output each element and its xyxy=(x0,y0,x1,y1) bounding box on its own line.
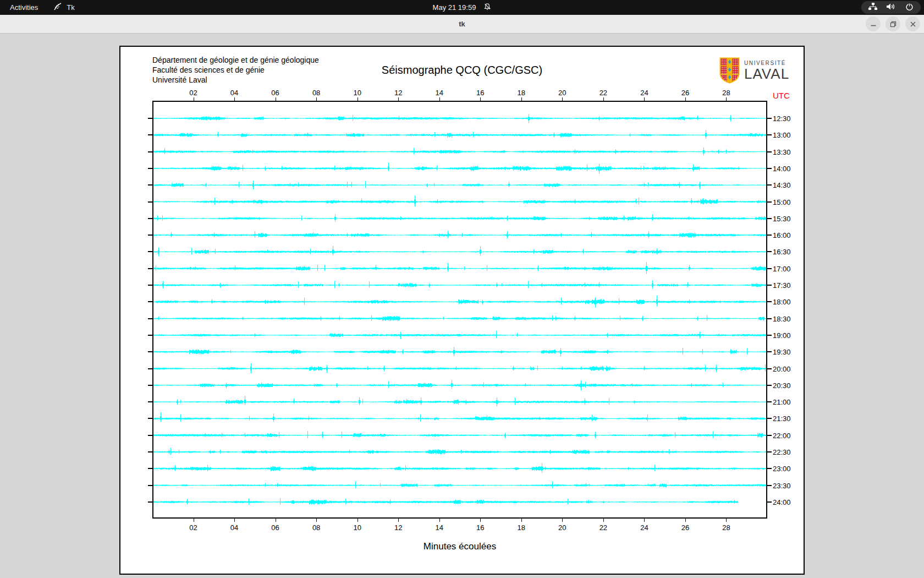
x-axis-label-bottom: 26 xyxy=(674,524,696,532)
row-tick-left xyxy=(148,218,152,219)
x-tick-mark-bottom xyxy=(480,519,481,522)
row-tick-right xyxy=(767,368,772,369)
row-tick-right xyxy=(767,168,772,169)
x-tick-mark-top xyxy=(234,97,235,101)
row-tick-left xyxy=(148,301,152,302)
x-axis-label-top: 08 xyxy=(305,89,327,97)
row-tick-right xyxy=(767,285,772,286)
x-axis-label-top: 10 xyxy=(346,89,369,97)
app-menu-label: Tk xyxy=(67,3,74,12)
university-laval-logo: UNIVERSITÉ LAVAL xyxy=(719,57,789,86)
row-tick-left xyxy=(148,468,152,469)
laval-shield-icon xyxy=(719,57,740,86)
row-tick-left xyxy=(148,184,152,186)
x-axis-label-top: 14 xyxy=(428,89,450,97)
system-tray-menu[interactable] xyxy=(861,1,921,14)
network-wired-icon xyxy=(868,3,877,12)
row-tick-left xyxy=(148,151,152,152)
x-axis-label-bottom: 02 xyxy=(183,524,205,532)
window-title: tk xyxy=(0,15,924,33)
row-tick-left xyxy=(148,268,152,269)
row-tick-left xyxy=(148,318,152,319)
x-tick-mark-top xyxy=(194,97,194,101)
x-axis-label-top: 28 xyxy=(715,89,737,97)
utc-time-label: 21:00 xyxy=(773,398,791,406)
x-tick-mark-bottom xyxy=(194,519,194,522)
logo-text-laval: LAVAL xyxy=(744,67,789,81)
row-tick-right xyxy=(767,184,772,186)
row-tick-right xyxy=(767,385,772,386)
row-tick-right xyxy=(767,435,772,436)
utc-time-label: 13:30 xyxy=(773,148,791,156)
x-tick-mark-top xyxy=(358,97,358,101)
row-tick-left xyxy=(148,118,152,119)
x-axis-label-top: 24 xyxy=(633,89,655,97)
row-tick-left xyxy=(148,501,152,503)
seismograph-canvas-frame: Département de géologie et de génie géol… xyxy=(119,46,805,575)
utc-label: UTC xyxy=(773,91,790,100)
utc-time-label: 22:30 xyxy=(773,448,791,456)
x-tick-mark-top xyxy=(644,97,645,101)
x-axis-label-top: 12 xyxy=(387,89,409,97)
row-tick-left xyxy=(148,485,152,486)
x-tick-mark-bottom xyxy=(603,519,604,522)
clock-label: May 21 19:59 xyxy=(433,3,476,12)
row-tick-left xyxy=(148,351,152,352)
x-tick-mark-top xyxy=(398,97,399,101)
x-axis-label-bottom: 14 xyxy=(428,524,450,532)
utc-time-label: 14:00 xyxy=(773,164,791,172)
restore-icon xyxy=(890,21,897,28)
x-axis-label-top: 02 xyxy=(183,89,205,97)
desktop-area: Département de géologie et de génie géol… xyxy=(0,34,924,578)
x-axis-label-bottom: 24 xyxy=(633,524,655,532)
x-tick-mark-top xyxy=(316,97,317,101)
close-icon xyxy=(910,21,916,28)
utc-time-label: 18:30 xyxy=(773,314,791,323)
utc-time-label: 21:30 xyxy=(773,415,791,423)
row-tick-right xyxy=(767,268,772,269)
row-tick-left xyxy=(148,435,152,436)
x-tick-mark-top xyxy=(726,97,727,101)
minimize-button[interactable] xyxy=(866,17,881,31)
utc-time-label: 16:30 xyxy=(773,248,791,256)
utc-time-label: 20:30 xyxy=(773,381,791,389)
x-axis-label-bottom: 22 xyxy=(592,524,614,532)
row-tick-right xyxy=(767,485,772,486)
x-tick-mark-bottom xyxy=(398,519,399,522)
x-axis-label-top: 18 xyxy=(510,89,532,97)
row-tick-left xyxy=(148,451,152,452)
bell-slash-icon xyxy=(483,3,491,13)
utc-time-label: 19:00 xyxy=(773,331,791,339)
x-tick-mark-bottom xyxy=(439,519,440,522)
utc-time-label: 12:30 xyxy=(773,114,791,123)
focused-app-menu[interactable]: Tk xyxy=(53,2,74,13)
utc-time-label: 17:00 xyxy=(773,264,791,272)
row-tick-left xyxy=(148,235,152,236)
utc-time-label: 14:30 xyxy=(773,181,791,189)
x-tick-mark-top xyxy=(685,97,686,101)
close-button[interactable] xyxy=(905,17,920,31)
plot-area: UTC 020204040606080810101212141416161818… xyxy=(152,101,767,519)
row-tick-right xyxy=(767,151,772,152)
row-tick-left xyxy=(148,385,152,386)
utc-time-label: 22:00 xyxy=(773,431,791,439)
tk-feather-icon xyxy=(53,2,62,13)
maximize-button[interactable] xyxy=(886,17,900,31)
utc-time-label: 20:00 xyxy=(773,364,791,373)
utc-time-label: 15:00 xyxy=(773,198,791,206)
row-tick-left xyxy=(148,168,152,169)
x-tick-mark-bottom xyxy=(521,519,522,522)
row-tick-left xyxy=(148,335,152,336)
clock-menu[interactable]: May 21 19:59 xyxy=(433,0,492,15)
x-tick-mark-bottom xyxy=(562,519,563,522)
x-axis-label-bottom: 18 xyxy=(510,524,532,532)
row-tick-right xyxy=(767,201,772,203)
x-axis-label-top: 16 xyxy=(469,89,491,97)
x-tick-mark-top xyxy=(439,97,440,101)
activities-button[interactable]: Activities xyxy=(10,3,38,12)
row-tick-right xyxy=(767,451,772,452)
x-axis-label-top: 22 xyxy=(592,89,614,97)
window-titlebar[interactable]: tk xyxy=(0,15,924,34)
x-axis-label-top: 04 xyxy=(223,89,245,97)
row-tick-right xyxy=(767,468,772,469)
